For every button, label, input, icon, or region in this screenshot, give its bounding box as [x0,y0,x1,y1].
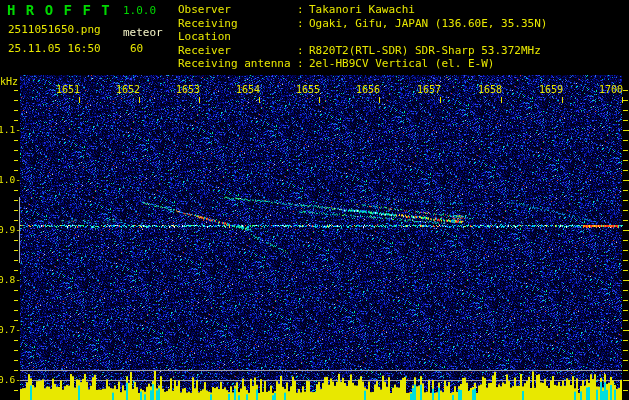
hrofft-window: H R O F F T 1.0.0 2511051650.png meteor … [0,0,629,400]
spectrogram-canvas [0,0,629,400]
